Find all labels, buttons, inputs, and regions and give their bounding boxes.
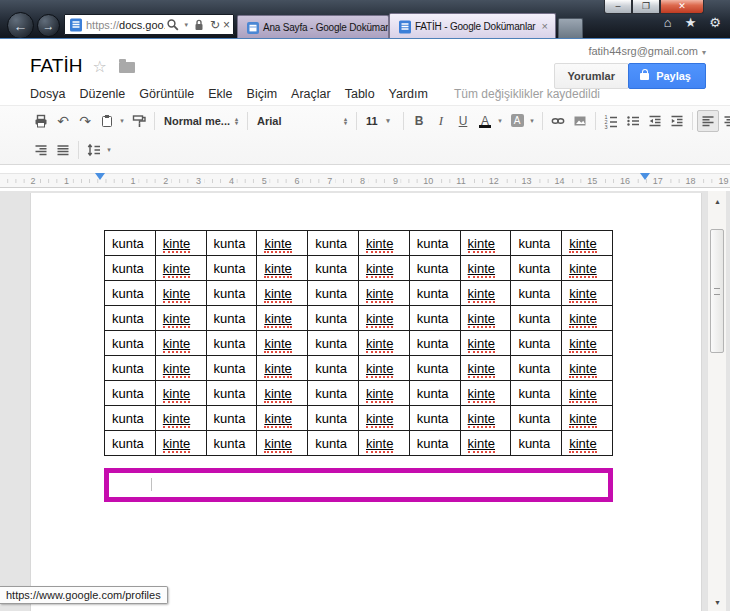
table-cell[interactable]: kinte <box>155 381 206 406</box>
chevron-down-icon[interactable]: ▾ <box>528 117 536 125</box>
table-cell[interactable]: kunta <box>409 356 460 381</box>
page-title[interactable]: FATİH <box>30 55 82 77</box>
text-color-icon[interactable]: A <box>474 110 496 132</box>
align-left-icon[interactable] <box>697 110 719 132</box>
bold-icon[interactable]: B <box>408 110 430 132</box>
table-cell[interactable]: kinte <box>155 306 206 331</box>
menu-biçim[interactable]: Biçim <box>247 87 278 101</box>
menu-araçlar[interactable]: Araçlar <box>291 87 331 101</box>
table-cell[interactable]: kinte <box>358 231 409 256</box>
table-cell[interactable]: kinte <box>460 431 511 456</box>
paste-icon[interactable] <box>96 110 118 132</box>
table-cell[interactable]: kinte <box>257 356 308 381</box>
table-cell[interactable]: kunta <box>511 406 562 431</box>
print-icon[interactable] <box>30 110 52 132</box>
table-cell[interactable]: kinte <box>155 331 206 356</box>
table-cell[interactable]: kunta <box>511 306 562 331</box>
table-cell[interactable]: kinte <box>460 306 511 331</box>
table-cell[interactable]: kunta <box>409 256 460 281</box>
search-icon[interactable] <box>165 17 181 33</box>
table-cell[interactable]: kunta <box>308 281 359 306</box>
comments-button[interactable]: Yorumlar <box>554 63 629 89</box>
table-cell[interactable]: kinte <box>358 381 409 406</box>
table-cell[interactable]: kunta <box>511 281 562 306</box>
table-cell[interactable]: kinte <box>562 231 613 256</box>
indent-marker-left-icon[interactable] <box>95 173 105 180</box>
undo-icon[interactable]: ↶ <box>52 110 74 132</box>
image-icon[interactable] <box>569 110 591 132</box>
table-cell[interactable]: kunta <box>105 381 156 406</box>
favorites-icon[interactable]: ★ <box>685 16 697 29</box>
document-page[interactable]: kuntakintekuntakintekuntakintekuntakinte… <box>30 193 702 611</box>
table-cell[interactable]: kunta <box>206 281 257 306</box>
table-cell[interactable]: kunta <box>409 231 460 256</box>
table-cell[interactable]: kinte <box>358 256 409 281</box>
underline-icon[interactable]: U <box>452 110 474 132</box>
table-cell[interactable]: kinte <box>155 281 206 306</box>
table-cell[interactable]: kunta <box>105 431 156 456</box>
new-tab-button[interactable] <box>558 18 583 38</box>
scroll-up-icon[interactable]: ▲ <box>708 194 727 208</box>
redo-icon[interactable]: ↷ <box>74 110 96 132</box>
table-cell[interactable]: kunta <box>206 306 257 331</box>
lock-icon[interactable] <box>191 17 207 33</box>
table-cell[interactable]: kunta <box>308 256 359 281</box>
minimize-button[interactable]: – <box>604 0 632 14</box>
chevron-down-icon[interactable]: ▾ <box>118 117 126 125</box>
table-cell[interactable]: kunta <box>308 381 359 406</box>
indent-icon[interactable] <box>666 110 688 132</box>
table-cell[interactable]: kinte <box>460 231 511 256</box>
table-cell[interactable]: kunta <box>409 431 460 456</box>
align-center-icon[interactable] <box>719 110 730 132</box>
table-cell[interactable]: kunta <box>511 431 562 456</box>
maximize-button[interactable]: ❐ <box>632 0 660 14</box>
back-button[interactable]: ← <box>7 12 34 39</box>
table-cell[interactable]: kinte <box>155 231 206 256</box>
link-icon[interactable] <box>547 110 569 132</box>
size-dropdown[interactable]: 11▾ <box>361 110 399 132</box>
menu-dosya[interactable]: Dosya <box>30 87 65 101</box>
table-cell[interactable]: kinte <box>155 406 206 431</box>
table-cell[interactable]: kunta <box>511 256 562 281</box>
bulleted-list-icon[interactable] <box>622 110 644 132</box>
table-cell[interactable]: kinte <box>358 306 409 331</box>
table-cell[interactable]: kunta <box>409 331 460 356</box>
numbered-list-icon[interactable]: 123 <box>600 110 622 132</box>
table-cell[interactable]: kunta <box>511 231 562 256</box>
address-bar[interactable]: https://docs.goo... ▾↻× <box>64 14 234 35</box>
menu-ekle[interactable]: Ekle <box>208 87 232 101</box>
table-cell[interactable]: kunta <box>206 356 257 381</box>
menu-düzenle[interactable]: Düzenle <box>79 87 125 101</box>
stop-icon[interactable]: × <box>223 19 230 31</box>
table-cell[interactable]: kinte <box>460 406 511 431</box>
table-cell[interactable]: kunta <box>409 406 460 431</box>
table-cell[interactable]: kunta <box>308 231 359 256</box>
star-icon[interactable]: ☆ <box>92 57 106 76</box>
table-cell[interactable]: kunta <box>206 406 257 431</box>
table-cell[interactable]: kinte <box>257 256 308 281</box>
table-cell[interactable]: kunta <box>105 231 156 256</box>
table-cell[interactable]: kunta <box>105 406 156 431</box>
table-cell[interactable]: kinte <box>562 256 613 281</box>
table-cell[interactable]: kinte <box>358 331 409 356</box>
table-cell[interactable]: kunta <box>409 381 460 406</box>
chevron-down-icon[interactable]: ▾ <box>496 117 504 125</box>
table-cell[interactable]: kunta <box>511 356 562 381</box>
table-cell[interactable]: kinte <box>358 356 409 381</box>
table-cell[interactable]: kunta <box>511 381 562 406</box>
table-cell[interactable]: kunta <box>105 256 156 281</box>
vertical-scrollbar[interactable]: ▲ ▼ <box>707 191 726 611</box>
scroll-down-icon[interactable]: ▼ <box>708 595 727 609</box>
table-cell[interactable]: kinte <box>460 356 511 381</box>
line-spacing-icon[interactable] <box>83 139 105 161</box>
table-cell[interactable]: kinte <box>562 356 613 381</box>
indent-marker-right-icon[interactable] <box>640 173 650 180</box>
table-cell[interactable]: kinte <box>257 306 308 331</box>
table-cell[interactable]: kinte <box>155 356 206 381</box>
table-cell[interactable]: kunta <box>511 331 562 356</box>
selected-table-row[interactable] <box>104 468 613 502</box>
table-cell[interactable]: kunta <box>105 306 156 331</box>
caret-down-icon[interactable]: ▾ <box>184 21 188 28</box>
table-cell[interactable]: kinte <box>257 381 308 406</box>
table-cell[interactable]: kinte <box>257 331 308 356</box>
